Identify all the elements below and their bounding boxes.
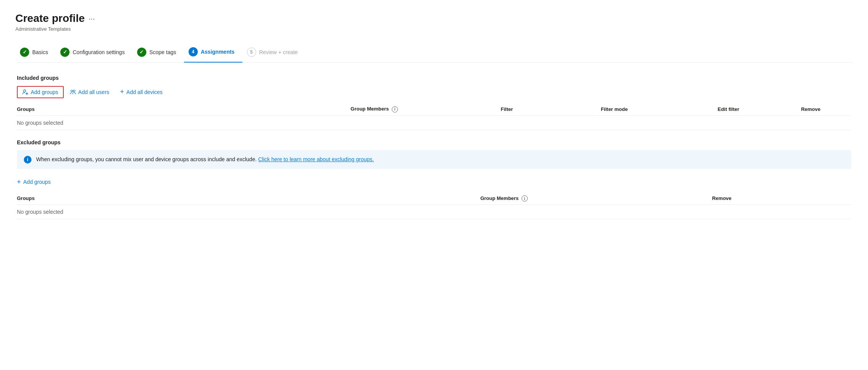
svg-point-4: [73, 90, 75, 92]
page-header: Create profile ··· Administrative Templa…: [15, 12, 853, 32]
col-header-editfilter: Edit filter: [717, 103, 801, 116]
step-label-assignments: Assignments: [201, 49, 235, 55]
included-groups-toolbar: Add groups Add all users + Add all devic…: [17, 86, 851, 98]
included-groups-section: Included groups Add groups: [17, 75, 851, 130]
add-group-icon: [22, 89, 28, 95]
excl-no-groups-msg: No groups selected: [17, 205, 851, 219]
svg-point-3: [71, 90, 73, 92]
wizard-step-config[interactable]: ✓ Configuration settings: [56, 43, 132, 62]
included-groups-label: Included groups: [17, 75, 851, 81]
content-area: Included groups Add groups: [15, 75, 853, 219]
step-circle-5: 5: [247, 48, 256, 57]
add-all-users-label: Add all users: [78, 89, 109, 95]
page-title: Create profile: [15, 12, 85, 25]
step-circle-2: ✓: [60, 48, 70, 57]
step-label-scope: Scope tags: [149, 49, 176, 55]
col-header-filter: Filter: [501, 103, 601, 116]
plus-icon: +: [120, 88, 124, 96]
add-users-icon: [70, 89, 76, 95]
add-groups-button[interactable]: Add groups: [17, 86, 64, 98]
excl-col-header-members: Group Members i: [480, 192, 712, 205]
wizard-step-scope[interactable]: ✓ Scope tags: [133, 43, 184, 62]
add-groups-label: Add groups: [31, 89, 58, 95]
wizard-step-assignments[interactable]: 4 Assignments: [184, 43, 242, 63]
col-header-groups: Groups: [17, 103, 351, 116]
checkmark-icon-3: ✓: [139, 49, 144, 55]
info-banner-icon: i: [24, 156, 31, 164]
no-groups-msg: No groups selected: [17, 116, 851, 130]
excluded-groups-section: Excluded groups i When excluding groups,…: [17, 139, 851, 220]
learn-more-link[interactable]: Click here to learn more about excluding…: [258, 156, 374, 162]
add-excluded-groups-button[interactable]: + Add groups: [17, 177, 51, 188]
step-label-review: Review + create: [259, 49, 298, 55]
included-groups-table: Groups Group Members i Filter Filter mod…: [17, 103, 851, 130]
page-subtitle: Administrative Templates: [15, 26, 853, 32]
add-all-users-button[interactable]: Add all users: [65, 87, 114, 97]
add-all-devices-button[interactable]: + Add all devices: [116, 86, 167, 98]
table-row: No groups selected: [17, 116, 851, 130]
info-banner-text: When excluding groups, you cannot mix us…: [36, 155, 374, 164]
step-circle-1: ✓: [20, 48, 29, 57]
step-circle-4: 4: [189, 47, 198, 56]
excl-table-row: No groups selected: [17, 205, 851, 219]
checkmark-icon-2: ✓: [63, 49, 67, 55]
excl-col-header-remove: Remove: [712, 192, 851, 205]
ellipsis-menu[interactable]: ···: [89, 14, 95, 23]
col-header-members: Group Members i: [351, 103, 501, 116]
col-header-filtermode: Filter mode: [601, 103, 717, 116]
checkmark-icon: ✓: [23, 49, 27, 55]
table-header-row: Groups Group Members i Filter Filter mod…: [17, 103, 851, 116]
svg-point-0: [23, 90, 26, 92]
add-groups-excl-label: Add groups: [23, 179, 51, 185]
excl-group-members-info-icon[interactable]: i: [522, 195, 528, 202]
step-label-basics: Basics: [32, 49, 48, 55]
add-all-devices-label: Add all devices: [126, 89, 162, 95]
wizard-step-basics[interactable]: ✓ Basics: [15, 43, 56, 62]
excl-table-header-row: Groups Group Members i Remove: [17, 192, 851, 205]
excluded-groups-label: Excluded groups: [17, 139, 851, 145]
group-members-info-icon[interactable]: i: [392, 106, 398, 112]
excl-col-header-groups: Groups: [17, 192, 480, 205]
plus-icon-2: +: [17, 178, 21, 186]
info-banner: i When excluding groups, you cannot mix …: [17, 150, 851, 169]
wizard-step-review[interactable]: 5 Review + create: [242, 43, 306, 62]
excluded-groups-table: Groups Group Members i Remove No groups …: [17, 192, 851, 220]
wizard-steps: ✓ Basics ✓ Configuration settings ✓ Scop…: [15, 43, 853, 63]
step-circle-3: ✓: [137, 48, 146, 57]
step-label-config: Configuration settings: [73, 49, 124, 55]
col-header-remove: Remove: [801, 103, 851, 116]
